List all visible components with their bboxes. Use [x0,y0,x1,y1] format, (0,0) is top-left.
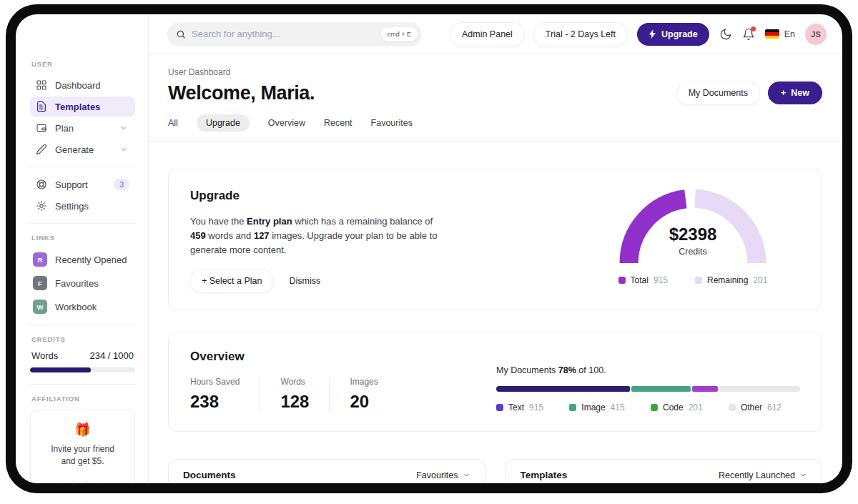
topbar: cmd + E Admin Panel Trial - 2 Days Left … [149,14,842,54]
invite-button[interactable]: Invite [63,477,102,483]
upgrade-button[interactable]: Upgrade [637,23,709,46]
affiliation-card: 🎁 Invite your friend and get $5. Invite [30,410,135,483]
sidebar-item-templates[interactable]: Templates [30,97,135,117]
sidebar-item-settings[interactable]: Settings [30,196,135,216]
documents-card-title: Documents [183,470,236,480]
sidebar-link-favourites[interactable]: F Favourites [30,272,135,294]
chevron-down-icon [118,124,129,132]
upgrade-card: Upgrade You have the Entry plan which ha… [168,169,822,310]
my-documents-button[interactable]: My Documents [677,81,759,104]
upgrade-card-actions: + Select a Plan Dismiss [190,270,440,292]
user-avatar[interactable]: JS [805,24,827,45]
lightning-icon [649,29,656,39]
templates-filter-dropdown[interactable]: Recently Launched [719,470,807,480]
legend-label: Text [508,402,524,412]
document-icon [36,101,47,112]
body-text: which has a remaining balance of [292,216,433,227]
credits-row: Words 234 / 1000 [31,350,134,361]
credits-progress-fill [30,367,91,372]
tab-favourites[interactable]: Favourites [371,114,413,132]
dark-mode-toggle[interactable] [719,28,732,41]
bar-segment-text [496,386,630,392]
body-text: words and [206,230,254,241]
body-bold: 127 [254,230,270,241]
bar-segment-image [631,386,691,392]
legend-item-remaining: Remaining 201 [695,275,767,285]
gear-icon [36,200,47,212]
sidebar-divider [29,223,137,224]
dismiss-button[interactable]: Dismiss [289,276,320,286]
sidebar-divider [29,384,137,385]
breadcrumb: User Dashboard [168,67,822,77]
stacked-progress-bar [496,386,800,392]
documents-filter-dropdown[interactable]: Favourites [416,470,470,480]
trial-status-button[interactable]: Trial - 2 Days Left [534,23,627,46]
tab-all[interactable]: All [168,114,178,132]
link-initial-badge: W [33,300,47,314]
legend-item-total: Total 915 [618,275,668,285]
gauge-subtitle: Credits [617,247,769,257]
gauge-legend: Total 915 Remaining 201 [617,275,769,285]
sidebar-item-dashboard[interactable]: Dashboard [30,75,135,95]
body-bold: Entry plan [247,216,292,227]
tab-overview[interactable]: Overview [268,114,305,132]
upgrade-card-title: Upgrade [190,189,440,203]
wallet-icon [36,122,47,134]
legend-swatch [618,277,626,284]
legend-value: 612 [767,402,781,412]
new-button[interactable]: + New [768,81,822,104]
main-area: cmd + E Admin Panel Trial - 2 Days Left … [149,14,842,483]
templates-card-title: Templates [521,470,568,480]
legend-swatch [695,277,702,284]
app-window: USER Dashboard Templates Plan Generate S… [16,14,842,483]
link-initial-badge: R [33,252,47,267]
search-shortcut-chip: cmd + E [381,27,418,41]
legend-label: Code [663,402,684,412]
legend-swatch [651,404,658,411]
sidebar-section-user: USER [31,60,135,68]
sidebar-item-label: Templates [55,102,100,112]
body-text: You have the [190,216,247,227]
affiliation-line1: Invite your friend [51,444,114,454]
legend-value: 201 [753,275,767,285]
stat-words: Words 128 [260,377,329,412]
sidebar-item-support[interactable]: Support 3 [30,174,135,194]
legend-label: Remaining [707,275,748,285]
admin-panel-button[interactable]: Admin Panel [450,23,524,46]
legend-value: 201 [689,402,703,412]
search-input[interactable] [186,29,381,39]
legend-swatch [729,404,736,411]
select-plan-button[interactable]: + Select a Plan [190,270,273,292]
bar-legend: Text 915 Image 415 Code 201 [496,402,800,412]
legend-item-code: Code 201 [651,402,703,412]
device-frame: USER Dashboard Templates Plan Generate S… [6,4,852,493]
notifications-button[interactable] [742,28,755,41]
filter-label: Favourites [416,470,458,480]
legend-item-other: Other 612 [729,402,781,412]
filter-label: Recently Launched [719,470,795,480]
support-count-badge: 3 [114,179,129,190]
grid-icon [36,79,47,91]
sidebar-item-generate[interactable]: Generate [30,139,135,159]
sidebar-link-recently-opened[interactable]: R Recently Opened [30,249,135,270]
sidebar-item-label: Support [55,179,88,190]
upgrade-card-left: Upgrade You have the Entry plan which ha… [190,189,440,292]
language-selector[interactable]: En [765,29,795,39]
stat-label: Words [280,377,309,387]
legend-swatch [496,404,503,411]
plus-icon: + [781,88,786,98]
tab-upgrade[interactable]: Upgrade [197,114,250,132]
sidebar-section-links: LINKS [31,234,135,242]
affiliation-text: Invite your friend and get $5. [38,443,127,468]
stat-value: 20 [350,392,378,412]
legend-item-text: Text 915 [496,402,543,412]
sidebar-link-label: Recently Opened [55,255,127,265]
sidebar-link-workbook[interactable]: W Workbook [30,296,135,317]
documents-card-header: Documents Favourites [169,460,485,483]
sidebar-section-credits: CREDITS [31,335,135,343]
search-bar[interactable]: cmd + E [167,22,422,46]
sidebar-item-plan[interactable]: Plan [30,118,135,138]
tab-recent[interactable]: Recent [324,114,352,132]
sidebar-divider [29,167,137,167]
bottom-row: Documents Favourites Untitled Document i… [168,459,822,483]
